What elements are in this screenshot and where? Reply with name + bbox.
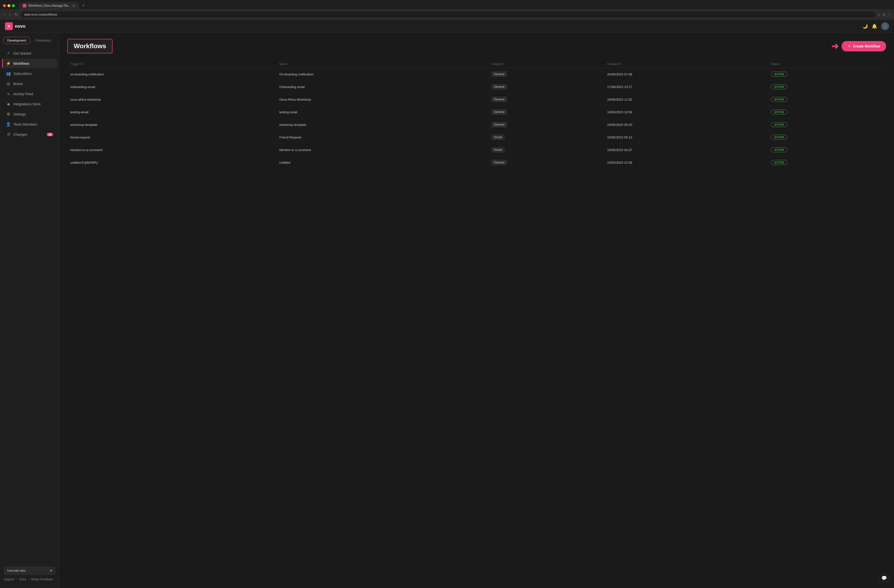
cell-trigger-id: mention-in-a-comment — [67, 144, 276, 156]
changes-icon: ↺ — [6, 132, 11, 137]
sidebar-item-get-started[interactable]: ✓ Get Started — [2, 48, 57, 58]
org-selector-chevron: ▾ — [50, 569, 52, 573]
sidebar-label-subscribers: Subscribers — [14, 72, 32, 76]
status-badge: ACTIVE — [771, 110, 787, 115]
cell-created-at: 20/06/2023 07:08 — [604, 68, 768, 81]
logo-icon: N — [5, 22, 13, 30]
address-bar[interactable] — [21, 11, 876, 18]
status-badge: ACTIVE — [771, 72, 787, 77]
org-selector[interactable]: Unicode labs ▾ — [4, 567, 55, 574]
forward-button[interactable]: › — [8, 11, 11, 18]
bookmark-button[interactable]: ⊹ — [878, 13, 880, 17]
sidebar-item-activity-feed[interactable]: ∿ Activity Feed — [2, 89, 57, 99]
cell-trigger-id: on-boarding-notification — [67, 68, 276, 81]
category-badge: General — [491, 84, 507, 89]
browser-dot-red[interactable] — [3, 4, 6, 7]
category-badge: General — [491, 160, 507, 165]
share-feedback-link[interactable]: Share Feedback — [31, 577, 53, 581]
browser-dot-green[interactable] — [12, 4, 15, 7]
browser-tab-active[interactable]: Workflows | Novu Manage Pla... ✕ — [19, 2, 79, 9]
category-badge: Social — [491, 147, 505, 152]
cell-name: Untitled — [276, 156, 488, 169]
activity-feed-icon: ∿ — [6, 92, 11, 96]
docs-link[interactable]: Docs — [19, 577, 26, 581]
extensions-button[interactable]: ⊡ — [883, 13, 886, 17]
settings-icon: ⚙ — [6, 112, 11, 116]
cell-name: workshop template — [276, 118, 488, 131]
status-badge: ACTIVE — [771, 135, 787, 140]
cell-created-at: 15/06/2023 04:37 — [604, 144, 768, 156]
create-btn-label: Create Workflow — [853, 44, 880, 48]
development-env-button[interactable]: Development — [3, 37, 30, 44]
create-workflow-area: ➜ ＋ Create Workflow — [831, 41, 886, 51]
cell-created-at: 15/06/2023 05:13 — [604, 131, 768, 144]
sidebar-item-subscribers[interactable]: 👥 Subscribers — [2, 69, 57, 78]
footer-dot-1: • — [16, 577, 17, 581]
status-badge: ACTIVE — [771, 84, 787, 89]
app-header: N novu 🌙 🔔 👤 — [0, 20, 894, 33]
cell-created-at: 10/05/2023 22:58 — [604, 156, 768, 169]
sidebar-item-changes[interactable]: ↺ Changes 25 — [2, 130, 57, 139]
cell-trigger-id: onboarding-email — [67, 81, 276, 93]
support-link[interactable]: Support — [4, 577, 14, 581]
logo-text: novu — [15, 24, 26, 29]
cell-created-at: 16/06/2023 11:52 — [604, 93, 768, 106]
production-env-button[interactable]: Production — [32, 37, 55, 44]
table-row[interactable]: on-boarding-notification On-boarding not… — [67, 68, 886, 81]
sidebar-label-team-members: Team Members — [14, 122, 37, 127]
category-badge: General — [491, 96, 507, 102]
cell-status: ACTIVE — [768, 81, 886, 93]
sidebar-item-integrations-store[interactable]: ◈ Integrations Store — [2, 99, 57, 109]
sidebar-item-workflows[interactable]: ⚡ Workflows — [2, 59, 57, 68]
sidebar-item-settings[interactable]: ⚙ Settings — [2, 109, 57, 119]
cell-status: ACTIVE — [768, 106, 886, 118]
menu-button[interactable]: ⋮ — [888, 13, 891, 17]
sidebar-item-team-members[interactable]: 👤 Team Members — [2, 119, 57, 129]
org-name: Unicode labs — [7, 569, 26, 573]
cell-category: General — [488, 81, 604, 93]
tab-close-button[interactable]: ✕ — [72, 4, 75, 8]
avatar[interactable]: 👤 — [881, 22, 889, 30]
integrations-store-icon: ◈ — [6, 102, 11, 106]
cell-status: ACTIVE — [768, 93, 886, 106]
create-workflow-button[interactable]: ＋ Create Workflow — [841, 41, 886, 51]
back-button[interactable]: ‹ — [3, 11, 6, 18]
chat-icon: 💬 — [881, 575, 887, 581]
sidebar-item-brand[interactable]: ◎ Brand — [2, 79, 57, 89]
cell-name: Mention in a comment — [276, 144, 488, 156]
chat-widget[interactable]: 💬 — [879, 573, 889, 583]
notifications-button[interactable]: 🔔 — [872, 24, 877, 29]
col-name: Name — [276, 60, 488, 68]
table-row[interactable]: friend-request Friend Request Social 15/… — [67, 131, 886, 144]
cell-status: ACTIVE — [768, 131, 886, 144]
sidebar-label-activity-feed: Activity Feed — [14, 92, 33, 96]
table-row[interactable]: osca-africa-workshop Osca Africa Worksho… — [67, 93, 886, 106]
browser-dot-yellow[interactable] — [8, 4, 11, 7]
page-title-box: Workflows — [67, 39, 113, 53]
cell-trigger-id: friend-request — [67, 131, 276, 144]
status-badge: ACTIVE — [771, 122, 787, 127]
cell-trigger-id: workshop-template — [67, 118, 276, 131]
sidebar-label-workflows: Workflows — [14, 62, 29, 66]
sidebar-label-integrations-store: Integrations Store — [14, 102, 41, 106]
col-created-at: Created At — [604, 60, 768, 68]
cell-status: ACTIVE — [768, 156, 886, 169]
cell-name: Friend Request — [276, 131, 488, 144]
cell-category: General — [488, 156, 604, 169]
reload-button[interactable]: ↻ — [14, 11, 19, 18]
table-row[interactable]: untitled-EvjWXlNFy Untitled General 10/0… — [67, 156, 886, 169]
cell-category: Social — [488, 144, 604, 156]
sidebar-label-changes: Changes — [14, 133, 27, 137]
subscribers-icon: 👥 — [6, 71, 11, 76]
workflows-table: Trigger ID Name Category Created At Stat… — [67, 60, 886, 169]
table-row[interactable]: workshop-template workshop template Gene… — [67, 118, 886, 131]
table-row[interactable]: onboarding-email Onboarding email Genera… — [67, 81, 886, 93]
sidebar-navigation: ✓ Get Started ⚡ Workflows 👥 Subscribers … — [0, 48, 59, 563]
workflows-table-body: on-boarding-notification On-boarding not… — [67, 68, 886, 169]
table-row[interactable]: testing-email testing email General 16/0… — [67, 106, 886, 118]
cell-trigger-id: untitled-EvjWXlNFy — [67, 156, 276, 169]
new-tab-button[interactable]: + — [80, 2, 87, 9]
table-row[interactable]: mention-in-a-comment Mention in a commen… — [67, 144, 886, 156]
sidebar-label-get-started: Get Started — [14, 51, 31, 56]
theme-toggle-button[interactable]: 🌙 — [862, 24, 868, 29]
